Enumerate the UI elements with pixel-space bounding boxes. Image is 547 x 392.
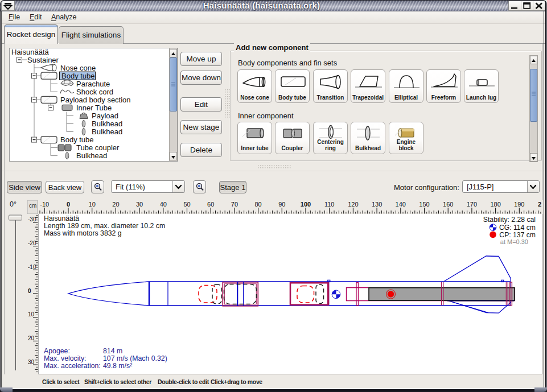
svg-text:107 m/s (Mach 0.32): 107 m/s (Mach 0.32): [103, 354, 167, 362]
svg-text:Shock cord: Shock cord: [76, 88, 113, 96]
svg-text:Payload body section: Payload body section: [60, 96, 131, 104]
svg-text:Haisunäätä: Haisunäätä: [44, 214, 79, 222]
svg-text:0: 0: [28, 288, 31, 294]
svg-text:Apogee:: Apogee:: [44, 347, 70, 355]
svg-text:Tube coupler: Tube coupler: [76, 143, 120, 152]
svg-text:-20: -20: [28, 240, 36, 246]
svg-text:Bulkhead: Bulkhead: [92, 127, 122, 136]
svg-text:-30: -30: [28, 216, 36, 222]
svg-text:Haisunäätä: Haisunäätä: [11, 48, 50, 56]
svg-text:49.8 m/s²: 49.8 m/s²: [103, 362, 132, 370]
svg-text:10: 10: [28, 311, 35, 317]
svg-text:Bulkhead: Bulkhead: [76, 151, 107, 160]
svg-text:Inner Tube: Inner Tube: [76, 104, 112, 112]
svg-text:30: 30: [28, 359, 35, 365]
svg-text:Max. acceleration:: Max. acceleration:: [44, 362, 101, 370]
svg-text:Sustainer: Sustainer: [27, 56, 59, 64]
svg-text:814 m: 814 m: [103, 347, 122, 355]
svg-text:cm: cm: [29, 203, 36, 209]
svg-text:Mass with motors 3832 g: Mass with motors 3832 g: [44, 229, 122, 237]
svg-text:CP: 137 cm: CP: 137 cm: [499, 231, 536, 239]
svg-text:Body tube: Body tube: [61, 72, 95, 80]
svg-text:Max. velocity:: Max. velocity:: [44, 354, 86, 362]
svg-text:at M=0.30: at M=0.30: [500, 238, 528, 245]
svg-text:Bulkhead: Bulkhead: [92, 119, 122, 128]
svg-text:CG: 114 cm: CG: 114 cm: [499, 224, 536, 232]
svg-text:Length 189 cm, max. diameter 1: Length 189 cm, max. diameter 10.2 cm: [44, 222, 165, 230]
svg-text:Nose cone: Nose cone: [60, 64, 96, 72]
svg-text:Parachute: Parachute: [76, 80, 110, 88]
svg-text:Stability: 2.28 cal: Stability: 2.28 cal: [483, 216, 536, 224]
svg-text:Payload: Payload: [92, 112, 118, 120]
svg-text:Body tube: Body tube: [60, 135, 94, 144]
svg-text:-10: -10: [28, 264, 36, 270]
svg-text:20: 20: [28, 335, 35, 341]
